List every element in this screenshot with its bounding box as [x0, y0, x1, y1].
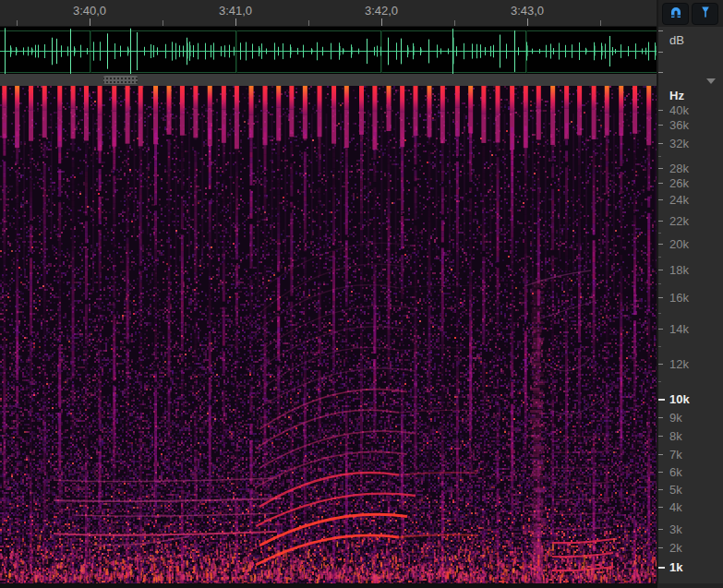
marker-button[interactable] — [692, 3, 718, 25]
freq-tick-label: 7k — [669, 448, 682, 462]
frequency-axis-panel[interactable]: Hz 40k36k32k28k26k24k22k20k18k16k14k12k1… — [658, 86, 723, 583]
freq-tick-label: 36k — [669, 118, 689, 132]
freq-tick-dash — [658, 417, 663, 418]
bottom-panel-footer — [657, 583, 723, 588]
freq-minor-dash — [658, 283, 661, 284]
freq-tick-dash — [658, 472, 663, 473]
freq-tick-dash — [658, 547, 663, 548]
freq-tick-dash — [658, 399, 665, 401]
bottom-scrollbar-track[interactable] — [0, 583, 657, 588]
timeline-label: 3:42,0 — [365, 4, 398, 18]
freq-minor-dash — [658, 156, 661, 157]
timeline-major-tick — [527, 18, 528, 26]
freq-minor-dash — [658, 313, 661, 314]
audio-editor-window: 3:40,03:41,03:42,03:43,03:44,0 dB — [0, 0, 723, 588]
freq-tick-dash — [658, 270, 663, 270]
freq-tick-dash — [658, 567, 665, 569]
timeline-minor-tick — [308, 20, 309, 26]
freq-tick-dash — [658, 221, 663, 222]
freq-tick-dash — [658, 507, 663, 508]
freq-tick-label: 14k — [669, 322, 689, 336]
timeline-ruler[interactable]: 3:40,03:41,03:42,03:43,03:44,0 — [0, 0, 657, 27]
freq-tick-label: 9k — [669, 411, 682, 425]
freq-tick-dash — [658, 199, 663, 200]
freq-tick-label: 16k — [669, 291, 689, 305]
freq-tick-label: 10k — [669, 392, 690, 406]
freq-tick-dash — [658, 436, 663, 437]
db-axis-label: dB — [669, 33, 684, 47]
hz-axis-label: Hz — [669, 89, 684, 102]
db-tick-dash — [658, 52, 663, 53]
freq-tick-label: 3k — [669, 522, 682, 536]
freq-tick-dash — [658, 143, 663, 144]
freq-tick-label: 1k — [669, 560, 682, 574]
freq-tick-label: 24k — [669, 193, 689, 207]
freq-tick-label: 28k — [669, 162, 689, 175]
freq-tick-dash — [658, 329, 663, 330]
freq-tick-label: 32k — [669, 137, 689, 150]
waveform-display[interactable] — [0, 27, 657, 74]
panel-splitter[interactable] — [0, 74, 657, 86]
freq-tick-dash — [658, 110, 663, 111]
freq-tick-label: 22k — [669, 214, 689, 228]
snap-toggle-button[interactable] — [662, 3, 689, 25]
splitter-grip-handle[interactable] — [103, 76, 138, 84]
freq-tick-dash — [658, 489, 663, 490]
freq-minor-dash — [658, 233, 661, 234]
freq-tick-label: 18k — [669, 263, 689, 277]
db-tick-dash — [658, 72, 663, 73]
timeline-major-tick — [235, 18, 236, 26]
freq-tick-dash — [658, 168, 663, 169]
freq-tick-label: 40k — [669, 103, 689, 117]
ruler-toolbar — [657, 0, 723, 27]
freq-minor-dash — [658, 257, 661, 258]
timeline-minor-tick — [454, 20, 455, 26]
freq-tick-label: 4k — [669, 500, 682, 514]
marker-icon — [698, 5, 713, 22]
timeline-minor-tick — [600, 20, 601, 26]
freq-tick-dash — [658, 454, 663, 455]
timeline-label: 3:40,0 — [73, 4, 106, 18]
db-tick-dash — [658, 30, 663, 31]
freq-tick-label: 6k — [669, 465, 682, 479]
magnet-icon — [669, 5, 683, 22]
timeline-minor-tick — [17, 20, 18, 26]
freq-tick-dash — [658, 364, 663, 365]
freq-tick-dash — [658, 125, 663, 126]
freq-tick-dash — [658, 183, 663, 184]
timeline-major-tick — [381, 18, 382, 26]
freq-tick-label: 2k — [669, 541, 682, 555]
freq-tick-dash — [658, 297, 663, 298]
timeline-major-tick — [90, 18, 90, 26]
timeline-label: 3:41,0 — [219, 4, 252, 18]
freq-minor-dash — [658, 346, 661, 347]
db-axis-panel[interactable]: dB — [658, 27, 723, 86]
timeline-minor-tick — [163, 20, 163, 26]
freq-tick-label: 20k — [669, 237, 689, 251]
freq-tick-label: 8k — [669, 429, 682, 443]
timeline-label: 3:43,0 — [511, 4, 544, 18]
freq-tick-label: 12k — [669, 357, 689, 371]
freq-tick-dash — [658, 529, 663, 530]
freq-tick-label: 5k — [669, 483, 682, 497]
spectrogram-display[interactable] — [0, 86, 657, 583]
freq-tick-dash — [658, 244, 663, 245]
freq-minor-dash — [658, 381, 661, 382]
panel-divider — [657, 0, 658, 583]
freq-tick-label: 26k — [669, 176, 689, 190]
panel-collapse-arrow[interactable] — [706, 78, 716, 84]
